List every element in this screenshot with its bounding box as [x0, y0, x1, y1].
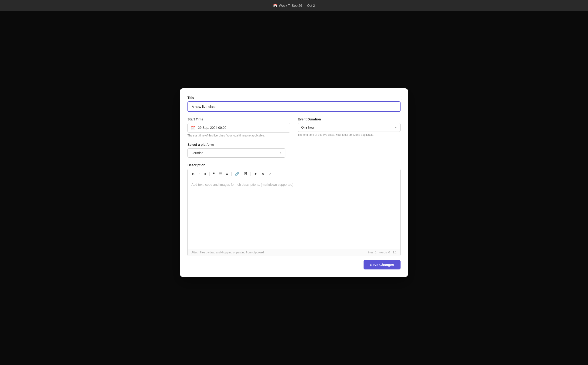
editor-container: B I H ❝ ☰ ≡ 🔗 [187, 169, 401, 256]
event-duration-helper: The end time of this live class. Your lo… [298, 133, 401, 136]
live-class-modal: ⋮ Title Start Time 📅 29 Sep, 2024 00:00 … [180, 88, 408, 277]
toolbar-divider-2 [231, 172, 232, 176]
preview-button[interactable]: 👁 [252, 171, 259, 177]
date-range: Sep 26 — Oct 2 [292, 4, 315, 7]
platform-section: Select a platform Fermion › [187, 143, 401, 158]
attach-text: Attach files by drag and dropping or pas… [191, 251, 264, 254]
blockquote-button[interactable]: ❝ [212, 171, 216, 177]
save-changes-button[interactable]: Save Changes [364, 260, 401, 269]
start-time-helper: The start time of this live class. Your … [187, 134, 290, 137]
help-button[interactable]: ? [267, 171, 272, 177]
platform-value: Fermion [191, 151, 203, 155]
event-duration-group: Event Duration One hour30 minutes1.5 hou… [298, 117, 401, 137]
week-label: Week 7 [279, 4, 290, 7]
editor-body[interactable]: Add text, code and images for rich descr… [188, 179, 400, 249]
platform-label: Select a platform [187, 143, 401, 147]
editor-toolbar: B I H ❝ ☰ ≡ 🔗 [188, 169, 400, 179]
calendar-icon: 📅 [191, 126, 196, 130]
blockquote-icon: ❝ [213, 172, 215, 176]
event-duration-label: Event Duration [298, 117, 401, 121]
unordered-list-button[interactable]: ☰ [218, 171, 223, 177]
help-icon: ? [269, 172, 270, 176]
toolbar-divider-3 [250, 172, 250, 176]
expand-button[interactable]: ✕ [260, 171, 266, 177]
cursor-position: 1:1 [393, 251, 397, 254]
modal-footer: Save Changes [187, 260, 401, 269]
chevron-right-icon: › [280, 151, 281, 155]
heading-button[interactable]: H [202, 171, 207, 177]
link-icon: 🔗 [235, 172, 239, 176]
editor-footer: Attach files by drag and dropping or pas… [188, 249, 400, 256]
start-time-input[interactable]: 📅 29 Sep, 2024 00:00 [187, 123, 290, 133]
calendar-icon: 📅 [273, 4, 277, 7]
toolbar-divider-1 [209, 172, 210, 176]
expand-icon: ✕ [262, 172, 264, 176]
image-icon: 🖼 [243, 172, 247, 176]
duration-select[interactable]: One hour30 minutes1.5 hours2 hours [298, 123, 401, 132]
title-label: Title [187, 96, 401, 99]
link-button[interactable]: 🔗 [234, 171, 241, 177]
unordered-list-icon: ☰ [219, 172, 222, 176]
editor-stats: lines: 1 words: 0 1:1 [368, 251, 397, 254]
description-label: Description [187, 163, 401, 167]
platform-selector[interactable]: Fermion › [187, 148, 285, 158]
start-time-label: Start Time [187, 117, 290, 121]
italic-button[interactable]: I [197, 171, 201, 177]
time-duration-row: Start Time 📅 29 Sep, 2024 00:00 The star… [187, 117, 401, 137]
start-time-value: 29 Sep, 2024 00:00 [198, 126, 226, 129]
editor-placeholder: Add text, code and images for rich descr… [191, 183, 293, 186]
lines-count: lines: 1 [368, 251, 376, 254]
description-section: Description B I H ❝ ☰ ≡ [187, 163, 401, 256]
bold-button[interactable]: B [191, 171, 196, 177]
title-input[interactable] [187, 101, 401, 112]
ordered-list-icon: ≡ [226, 172, 228, 176]
title-field-group: Title [187, 96, 401, 117]
top-bar: 📅 Week 7 Sep 26 — Oct 2 [0, 0, 588, 11]
start-time-group: Start Time 📅 29 Sep, 2024 00:00 The star… [187, 117, 290, 137]
image-button[interactable]: 🖼 [242, 171, 248, 177]
ordered-list-button[interactable]: ≡ [225, 171, 230, 177]
modal-overlay: 📅 Week 7 Sep 26 — Oct 2 ⋮ Title Start Ti… [0, 0, 588, 365]
words-count: words: 0 [379, 251, 390, 254]
more-options-button[interactable]: ⋮ [400, 95, 404, 100]
eye-icon: 👁 [254, 172, 257, 176]
